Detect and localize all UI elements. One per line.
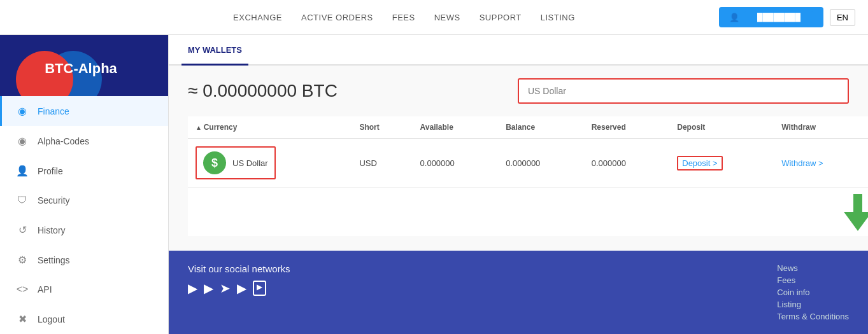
col-available: Available	[413, 116, 499, 139]
user-label: ████████	[744, 11, 813, 23]
footer-link-terms[interactable]: Terms & Conditions	[777, 312, 849, 321]
footer-links: News Fees Coin info Listing Terms & Cond…	[777, 263, 849, 321]
nav-support[interactable]: SUPPORT	[480, 13, 522, 22]
social-icons: ▶ ▶ ➤ ▶ ▶	[188, 281, 290, 296]
footer-social: Visit our social networks ▶ ▶ ➤ ▶ ▶	[188, 263, 290, 296]
cell-withdraw: Withdraw >	[774, 139, 868, 188]
nav-active-orders[interactable]: ACTIVE ORDERS	[301, 13, 373, 22]
green-arrow-container	[672, 188, 868, 236]
arrow-row	[188, 188, 868, 237]
cell-reserved: 0.000000	[584, 139, 670, 188]
deposit-box: Deposit >	[677, 156, 722, 170]
col-currency[interactable]: Currency	[188, 116, 352, 139]
col-withdraw: Withdraw	[774, 116, 868, 139]
cell-deposit: Deposit >	[669, 139, 774, 188]
withdraw-link[interactable]: Withdraw >	[781, 158, 823, 168]
sidebar-item-settings[interactable]: ⚙ Settings	[0, 245, 168, 275]
language-button[interactable]: EN	[830, 9, 855, 26]
twitter-icon[interactable]: ▶	[237, 281, 246, 296]
footer-link-coin-info[interactable]: Coin info	[777, 288, 849, 297]
sidebar: BTC-Alpha ◉ Finance ◉ Alpha-Codes 👤 Prof…	[0, 35, 169, 334]
cell-short: USD	[352, 139, 412, 188]
sidebar-label-settings: Settings	[38, 255, 70, 265]
sidebar-item-profile[interactable]: 👤 Profile	[0, 156, 168, 186]
content-area: ≈ 0.00000000 BTC Currency Short Availabl…	[169, 66, 868, 251]
sidebar-label-logout: Logout	[38, 314, 65, 324]
currency-box: $ US Dollar	[196, 146, 276, 179]
tab-my-wallets[interactable]: MY WALLETS	[181, 35, 248, 66]
col-deposit: Deposit	[669, 116, 774, 139]
table-row: $ US Dollar USD 0.000000 0.000000 0.0000…	[188, 139, 868, 188]
green-arrow-group	[844, 194, 868, 233]
cell-currency: $ US Dollar	[188, 139, 352, 188]
shield-icon: 🛡	[15, 195, 30, 206]
app-layout: BTC-Alpha ◉ Finance ◉ Alpha-Codes 👤 Prof…	[0, 35, 868, 334]
nav-news[interactable]: NEWS	[434, 13, 460, 22]
sidebar-label-api: API	[38, 284, 52, 295]
currency-search-input[interactable]	[518, 78, 849, 104]
user-account-button[interactable]: 👤 ████████	[719, 7, 823, 27]
sidebar-item-security[interactable]: 🛡 Security	[0, 186, 168, 215]
gear-icon: ⚙	[15, 254, 30, 266]
code-icon: <>	[15, 284, 30, 295]
sidebar-label-finance: Finance	[38, 106, 69, 116]
sidebar-item-history[interactable]: ↺ History	[0, 215, 168, 245]
logo-text: BTC-Alpha	[45, 60, 117, 77]
google-plus-icon[interactable]: ▶	[204, 281, 213, 296]
main-content: MY WALLETS ≈ 0.00000000 BTC Currency Sho…	[169, 35, 868, 334]
col-short: Short	[352, 116, 412, 139]
arrow-cell	[188, 188, 868, 237]
sidebar-label-security: Security	[38, 195, 70, 205]
wallet-table: Currency Short Available Balance Reserve…	[188, 116, 868, 236]
arrow-head	[844, 212, 868, 231]
sidebar-item-api[interactable]: <> API	[0, 275, 168, 304]
footer: Visit our social networks ▶ ▶ ➤ ▶ ▶ News…	[169, 251, 868, 334]
currency-icon: $	[203, 151, 226, 174]
header-right: 👤 ████████ EN	[719, 7, 855, 27]
sidebar-item-logout[interactable]: ✖ Logout	[0, 304, 168, 334]
sidebar-item-finance[interactable]: ◉ Finance	[0, 96, 168, 126]
cell-available: 0.000000	[413, 139, 499, 188]
youtube-icon[interactable]: ▶	[253, 281, 266, 296]
sidebar-item-alpha-codes[interactable]: ◉ Alpha-Codes	[0, 126, 168, 156]
deposit-link[interactable]: Deposit >	[682, 158, 717, 168]
header: EXCHANGE ACTIVE ORDERS FEES NEWS SUPPORT…	[0, 0, 868, 35]
nav-exchange[interactable]: EXCHANGE	[233, 13, 282, 22]
sidebar-menu: ◉ Finance ◉ Alpha-Codes 👤 Profile 🛡 Secu…	[0, 96, 168, 334]
x-icon: ✖	[15, 313, 30, 325]
balance-display: ≈ 0.00000000 BTC	[188, 81, 338, 101]
footer-link-listing[interactable]: Listing	[777, 300, 849, 309]
sidebar-label-alpha-codes: Alpha-Codes	[38, 136, 89, 146]
clock-icon: ↺	[15, 224, 30, 236]
tag-icon: ◉	[15, 135, 30, 147]
currency-name: US Dollar	[232, 158, 268, 168]
table-header-row: Currency Short Available Balance Reserve…	[188, 116, 868, 139]
sidebar-label-history: History	[38, 225, 66, 235]
nav-fees[interactable]: FEES	[392, 13, 415, 22]
arrow-stem	[853, 194, 862, 212]
header-nav: EXCHANGE ACTIVE ORDERS FEES NEWS SUPPORT…	[89, 13, 719, 22]
balance-row: ≈ 0.00000000 BTC	[188, 78, 849, 104]
col-balance: Balance	[498, 116, 584, 139]
cell-balance: 0.000000	[498, 139, 584, 188]
col-reserved: Reserved	[584, 116, 670, 139]
logo-area: BTC-Alpha	[0, 35, 168, 96]
person-icon: 👤	[15, 165, 30, 177]
social-title: Visit our social networks	[188, 263, 290, 274]
wallet-icon: ◉	[15, 105, 30, 117]
footer-link-news[interactable]: News	[777, 263, 849, 273]
sidebar-label-profile: Profile	[38, 166, 63, 176]
footer-link-fees[interactable]: Fees	[777, 275, 849, 285]
user-icon: 👤	[729, 13, 739, 22]
facebook-icon[interactable]: ▶	[188, 281, 197, 296]
telegram-icon[interactable]: ➤	[220, 281, 231, 296]
main-tabs: MY WALLETS	[169, 35, 868, 66]
nav-listing[interactable]: LISTING	[541, 13, 575, 22]
